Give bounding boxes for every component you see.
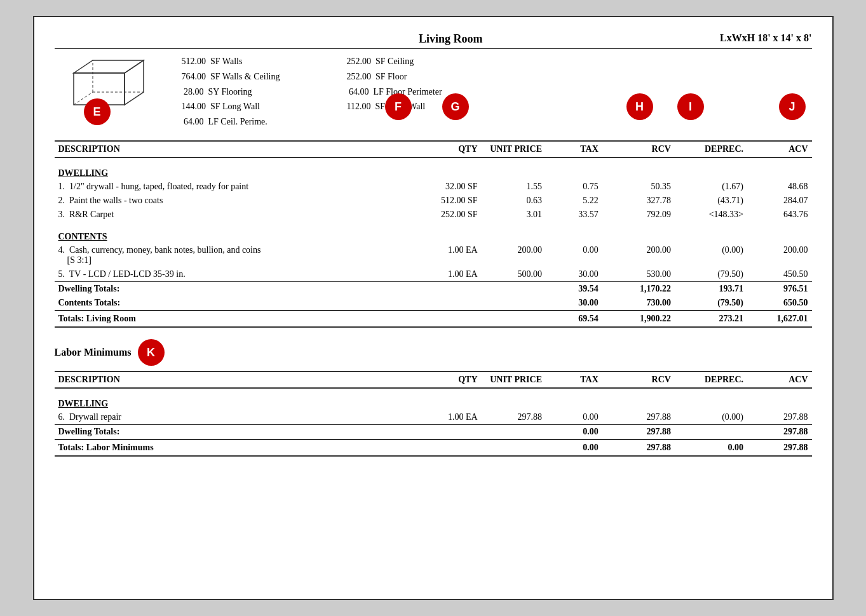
- item-5-qty: 1.00 EA: [417, 267, 481, 282]
- labor-dwelling-totals-row: Dwelling Totals: 0.00 297.88 297.88: [55, 425, 812, 440]
- item-5-desc: 5. TV - LCD / LED-LCD 35-39 in.: [55, 267, 417, 282]
- item-3-qty: 252.00 SF: [417, 208, 481, 222]
- labor-col-acv: ACV: [747, 372, 812, 388]
- contents-totals-acv: 650.50: [747, 296, 812, 311]
- labor-col-qty: QTY: [417, 372, 481, 388]
- room-sketch: [55, 54, 169, 133]
- item-2-qty: 512.00 SF: [417, 194, 481, 208]
- room-totals-rcv: 1,900.22: [602, 311, 675, 327]
- item-3-desc: 3. R&R Carpet: [55, 208, 417, 222]
- labor-dwelling-totals-label: Dwelling Totals:: [55, 425, 546, 440]
- labor-col-rcv: RCV: [602, 372, 675, 388]
- col-deprec: DEPREC.: [675, 141, 747, 157]
- item-4-price: 200.00: [482, 243, 546, 267]
- room-measurements: 512.00 SF Walls 764.00 SF Walls & Ceilin…: [182, 54, 812, 130]
- contents-totals-label: Contents Totals:: [55, 296, 546, 311]
- item-5-rcv: 530.00: [602, 267, 675, 282]
- svg-marker-2: [125, 60, 144, 105]
- contents-section-header: CONTENTS: [55, 225, 812, 243]
- annotation-i: I: [677, 93, 704, 120]
- measurements-left: 512.00 SF Walls 764.00 SF Walls & Ceilin…: [182, 54, 309, 130]
- item-4-rcv: 200.00: [602, 243, 675, 267]
- item-6-rcv: 297.88: [602, 410, 675, 425]
- item-1-deprec: (1.67): [675, 180, 747, 194]
- item-1-acv: 48.68: [747, 180, 812, 194]
- dwelling-totals-row: Dwelling Totals: 39.54 1,170.22 193.71 9…: [55, 282, 812, 297]
- labor-dwelling-totals-deprec: [675, 425, 747, 440]
- item-4-acv: 200.00: [747, 243, 812, 267]
- annotation-g: G: [442, 93, 469, 120]
- contents-totals-deprec: (79.50): [675, 296, 747, 311]
- labor-grand-totals-label: Totals: Labor Minimums: [55, 439, 546, 456]
- col-qty: QTY: [417, 141, 481, 157]
- labor-col-unit-price: UNIT PRICE: [482, 372, 546, 388]
- svg-marker-1: [74, 60, 144, 73]
- item-2-rcv: 327.78: [602, 194, 675, 208]
- labor-dwelling-totals-acv: 297.88: [747, 425, 812, 440]
- col-tax: TAX: [546, 141, 602, 157]
- meas-right-1: 252.00 SF Floor: [347, 69, 474, 84]
- table-row: 4. Cash, currency, money, bank notes, bu…: [55, 243, 812, 267]
- annotation-e: E: [84, 98, 111, 125]
- labor-dwelling-totals-rcv: 297.88: [602, 425, 675, 440]
- annotation-k: K: [138, 339, 165, 366]
- meas-right-0: 252.00 SF Ceiling: [347, 54, 474, 69]
- living-room-table: DESCRIPTION QTY UNIT PRICE TAX RCV DEPRE…: [55, 140, 812, 328]
- item-4-qty: 1.00 EA: [417, 243, 481, 267]
- item-5-price: 500.00: [482, 267, 546, 282]
- room-totals-row: Totals: Living Room 69.54 1,900.22 273.2…: [55, 311, 812, 327]
- room-dimensions: LxWxH 18' x 14' x 8': [720, 32, 811, 44]
- meas-left-1: 764.00 SF Walls & Ceiling: [182, 69, 309, 84]
- item-3-tax: 33.57: [546, 208, 602, 222]
- room-totals-label: Totals: Living Room: [55, 311, 546, 327]
- col-unit-price: UNIT PRICE: [482, 141, 546, 157]
- item-6-deprec: (0.00): [675, 410, 747, 425]
- room-totals-acv: 1,627.01: [747, 311, 812, 327]
- room-title: Living Room: [182, 32, 721, 46]
- dwelling-totals-rcv: 1,170.22: [602, 282, 675, 297]
- item-3-rcv: 792.09: [602, 208, 675, 222]
- meas-left-2: 28.00 SY Flooring: [182, 84, 309, 100]
- col-description: DESCRIPTION: [55, 141, 417, 157]
- item-2-tax: 5.22: [546, 194, 602, 208]
- labor-minimums-title: Labor Minimums K: [55, 339, 812, 366]
- item-6-price: 297.88: [482, 410, 546, 425]
- item-2-deprec: (43.71): [675, 194, 747, 208]
- labor-grand-totals-deprec: 0.00: [675, 439, 747, 456]
- annotation-f: F: [385, 93, 412, 120]
- meas-left-4: 64.00 LF Ceil. Perime.: [182, 114, 309, 130]
- labor-minimums-table: DESCRIPTION QTY UNIT PRICE TAX RCV DEPRE…: [55, 371, 812, 457]
- item-5-acv: 450.50: [747, 267, 812, 282]
- item-2-price: 0.63: [482, 194, 546, 208]
- labor-grand-totals-row: Totals: Labor Minimums 0.00 297.88 0.00 …: [55, 439, 812, 456]
- annotation-j: J: [779, 93, 806, 120]
- dwelling-totals-tax: 39.54: [546, 282, 602, 297]
- page: Living Room LxWxH 18' x 14' x 8' E: [33, 16, 834, 600]
- item-4-desc: 4. Cash, currency, money, bank notes, bu…: [55, 243, 417, 267]
- item-6-desc: 6. Drywall repair: [55, 410, 417, 425]
- labor-col-tax: TAX: [546, 372, 602, 388]
- meas-left-3: 144.00 SF Long Wall: [182, 99, 309, 114]
- room-totals-tax: 69.54: [546, 311, 602, 327]
- table-row: 2. Paint the walls - two coats 512.00 SF…: [55, 194, 812, 208]
- labor-col-deprec: DEPREC.: [675, 372, 747, 388]
- col-rcv: RCV: [602, 141, 675, 157]
- item-1-rcv: 50.35: [602, 180, 675, 194]
- item-2-acv: 284.07: [747, 194, 812, 208]
- item-4-tax: 0.00: [546, 243, 602, 267]
- item-1-price: 1.55: [482, 180, 546, 194]
- item-5-deprec: (79.50): [675, 267, 747, 282]
- dwelling-totals-label: Dwelling Totals:: [55, 282, 546, 297]
- item-1-desc: 1. 1/2" drywall - hung, taped, floated, …: [55, 180, 417, 194]
- item-3-price: 3.01: [482, 208, 546, 222]
- contents-totals-rcv: 730.00: [602, 296, 675, 311]
- item-6-acv: 297.88: [747, 410, 812, 425]
- labor-dwelling-totals-tax: 0.00: [546, 425, 602, 440]
- room-header: Living Room LxWxH 18' x 14' x 8': [55, 32, 812, 49]
- item-4-deprec: (0.00): [675, 243, 747, 267]
- item-1-qty: 32.00 SF: [417, 180, 481, 194]
- room-info: E 512.00 SF Walls 764.00 SF Wa: [55, 54, 812, 133]
- item-1-tax: 0.75: [546, 180, 602, 194]
- table-row: 6. Drywall repair 1.00 EA 297.88 0.00 29…: [55, 410, 812, 425]
- contents-totals-tax: 30.00: [546, 296, 602, 311]
